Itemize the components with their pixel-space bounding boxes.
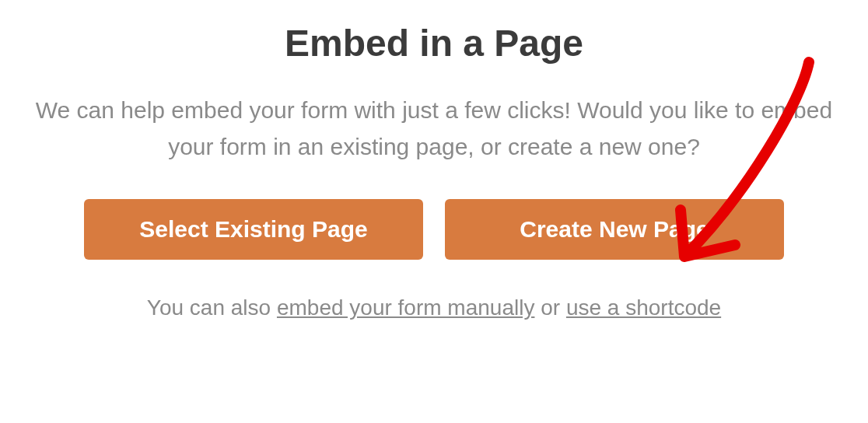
page-title: Embed in a Page <box>285 22 583 65</box>
embed-manually-link[interactable]: embed your form manually <box>277 295 534 320</box>
use-shortcode-link[interactable]: use a shortcode <box>566 295 721 320</box>
page-subtitle: We can help embed your form with just a … <box>30 93 838 165</box>
select-existing-page-button[interactable]: Select Existing Page <box>84 199 423 260</box>
create-new-page-button[interactable]: Create New Page <box>445 199 784 260</box>
button-row: Select Existing Page Create New Page <box>84 199 784 260</box>
footer-middle: or <box>534 295 565 320</box>
footer-prefix: You can also <box>147 295 277 320</box>
footer-text: You can also embed your form manually or… <box>147 295 721 320</box>
